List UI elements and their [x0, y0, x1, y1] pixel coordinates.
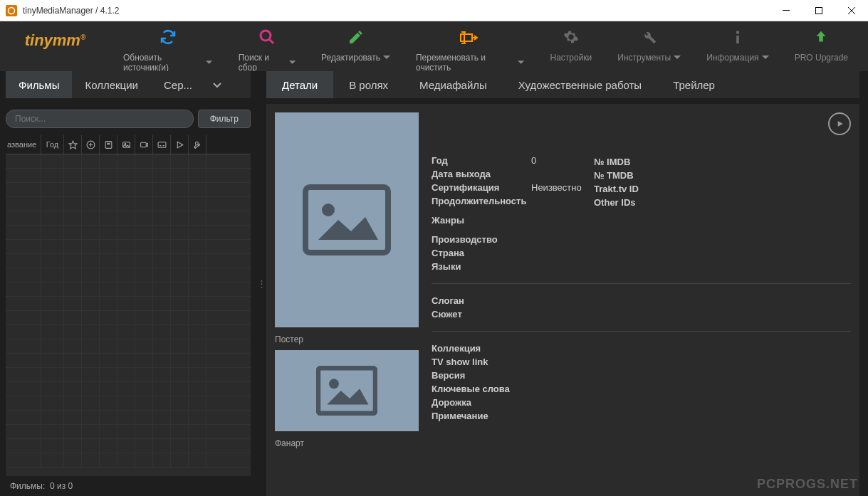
- info-row: Жанры: [432, 215, 851, 226]
- col-trailer-icon[interactable]: [171, 135, 189, 154]
- col-subtitle-icon[interactable]: [153, 135, 171, 154]
- tab-series[interactable]: Сер...: [151, 71, 205, 98]
- table-row: [6, 411, 251, 425]
- fanart-thumbnail[interactable]: [275, 350, 419, 431]
- refresh-icon: [158, 27, 178, 47]
- col-image-icon[interactable]: [117, 135, 135, 154]
- tab-collections[interactable]: Коллекции: [72, 71, 151, 98]
- info-row: Other IDs: [594, 197, 658, 208]
- maximize-button[interactable]: [802, 0, 835, 21]
- tab-movies[interactable]: Фильмы: [6, 71, 72, 98]
- table-row: [6, 339, 251, 354]
- toolbar-tools[interactable]: Инструменты: [605, 27, 694, 63]
- info-row: Примечание: [432, 411, 851, 421]
- info-key: Сертификация: [432, 182, 531, 193]
- left-tab-bar: Фильмы Коллекции Сер...: [6, 71, 251, 98]
- info-key: Ключевые слова: [432, 384, 531, 394]
- info-key: Жанры: [432, 215, 531, 226]
- fanart-label: Фанарт: [275, 438, 419, 448]
- info-row: Версия: [432, 370, 851, 381]
- info-key: № TMDB: [594, 170, 658, 181]
- logo: tinymm®: [0, 27, 110, 50]
- minimize-button[interactable]: [770, 0, 802, 21]
- search-icon: [257, 27, 277, 47]
- toolbar-upgrade[interactable]: PRO Upgrade: [782, 27, 861, 63]
- info-key: Сюжет: [432, 309, 531, 320]
- svg-rect-12: [140, 142, 146, 147]
- info-key: Страна: [432, 248, 531, 258]
- col-wrench-icon[interactable]: [189, 135, 206, 154]
- toolbar-edit[interactable]: Редактировать: [308, 27, 403, 73]
- table-row: [6, 154, 251, 169]
- info-key: TV show link: [432, 357, 531, 367]
- svg-rect-6: [736, 36, 739, 43]
- toolbar-refresh[interactable]: Обновить источник(и): [110, 27, 226, 73]
- logo-reg: ®: [80, 33, 85, 41]
- table-row: [6, 325, 251, 339]
- info-key: Коллекция: [432, 343, 531, 354]
- col-video-icon[interactable]: [135, 135, 153, 154]
- tab-expand-icon[interactable]: [205, 81, 229, 88]
- watermark: PCPROGS.NET: [757, 477, 858, 492]
- table-row: [6, 396, 251, 411]
- table-row: [6, 354, 251, 368]
- svg-rect-1: [783, 10, 790, 11]
- table-row: [6, 169, 251, 183]
- info-row: Trakt.tv ID: [594, 184, 658, 194]
- svg-rect-16: [318, 368, 375, 413]
- table-row: [6, 254, 251, 268]
- col-year[interactable]: Год: [41, 135, 64, 154]
- titlebar: tinyMediaManager / 4.1.2: [0, 0, 868, 21]
- tab-artwork[interactable]: Художественные работы: [503, 71, 657, 98]
- info-value: Неизвестно: [531, 182, 582, 193]
- search-input[interactable]: [6, 110, 194, 128]
- col-star-icon[interactable]: [64, 135, 82, 154]
- tab-details[interactable]: Детали: [266, 71, 333, 98]
- right-panel: Детали В ролях Медиафайлы Художественные…: [266, 71, 868, 496]
- svg-rect-14: [305, 187, 388, 253]
- info-key: Дорожка: [432, 397, 531, 408]
- col-nfo-icon[interactable]: [100, 135, 117, 154]
- tab-trailer[interactable]: Трейлер: [657, 71, 731, 98]
- table-row: [6, 425, 251, 439]
- right-tab-bar: Детали В ролях Медиафайлы Художественные…: [266, 71, 859, 98]
- left-status: Фильмы: 0 из 0: [6, 476, 251, 496]
- col-plus-icon[interactable]: [82, 135, 100, 154]
- left-panel: Фильмы Коллекции Сер... Фильтр азвание Г…: [0, 71, 256, 496]
- poster-thumbnail[interactable]: [275, 112, 419, 327]
- col-name[interactable]: азвание: [6, 135, 41, 154]
- tools-icon: [639, 27, 659, 47]
- info-row: Сюжет: [432, 309, 851, 320]
- grid-body[interactable]: [6, 154, 251, 476]
- filter-button[interactable]: Фильтр: [198, 110, 251, 128]
- info-key: Слоган: [432, 295, 531, 306]
- info-key: Производство: [432, 234, 531, 245]
- tab-cast[interactable]: В ролях: [333, 71, 404, 98]
- info-row: Ключевые слова: [432, 384, 851, 394]
- info-key: Год: [432, 155, 531, 166]
- toolbar-search[interactable]: Поиск и сбор: [226, 27, 308, 73]
- table-row: [6, 283, 251, 297]
- panel-splitter[interactable]: ⋮: [256, 71, 266, 496]
- toolbar-info[interactable]: Информация: [694, 27, 781, 63]
- info-row: Дорожка: [432, 397, 851, 408]
- tab-mediafiles[interactable]: Медиафайлы: [404, 71, 503, 98]
- info-key: Other IDs: [594, 197, 658, 208]
- info-row: Языки: [432, 261, 851, 272]
- svg-rect-4: [461, 34, 472, 41]
- table-row: [6, 311, 251, 325]
- close-button[interactable]: [835, 0, 868, 21]
- table-row: [6, 453, 251, 468]
- info-value: 0: [531, 155, 536, 166]
- info-icon: [728, 27, 748, 47]
- table-row: [6, 439, 251, 453]
- svg-rect-13: [158, 142, 166, 147]
- toolbar-rename[interactable]: Переименовать и очистить: [403, 27, 537, 73]
- svg-point-0: [9, 7, 15, 14]
- settings-icon: [561, 27, 581, 47]
- status-count: 0 из 0: [50, 481, 73, 491]
- window-title: tinyMediaManager / 4.1.2: [23, 6, 119, 16]
- play-button[interactable]: [828, 112, 851, 135]
- toolbar-settings[interactable]: Настройки: [537, 27, 605, 63]
- table-row: [6, 183, 251, 197]
